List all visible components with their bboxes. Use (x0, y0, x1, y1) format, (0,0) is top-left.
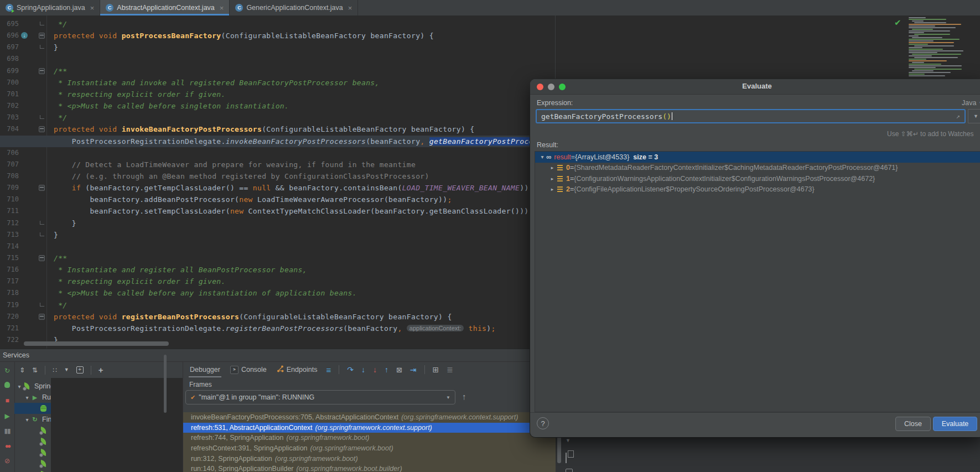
filter-icon[interactable]: ▼ (64, 367, 69, 372)
minimap-line (909, 44, 928, 45)
evaluate-expression-icon[interactable]: ⊞ (433, 366, 439, 374)
editor-tab[interactable]: CSpringApplication.java× (0, 0, 100, 15)
services-scrollbar[interactable] (164, 355, 167, 413)
expression-input[interactable]: getBeanFactoryPostProcessors() ↗ (536, 109, 966, 123)
chevron-right-icon[interactable]: ▸ (548, 176, 556, 181)
add-service-frame-icon[interactable]: + (76, 366, 84, 374)
layout-settings-icon[interactable]: ≣ (447, 366, 453, 374)
threads-view-icon[interactable]: ≡ (326, 366, 331, 374)
code-minimap[interactable] (909, 17, 976, 77)
editor-hscrollbar[interactable] (24, 341, 169, 346)
line-number: 706 (1, 147, 19, 159)
minimap-line (909, 17, 926, 18)
help-button[interactable]: ? (537, 417, 549, 429)
pause-icon[interactable]: ▮▮ (0, 426, 14, 436)
step-out-icon[interactable]: ↑ (385, 366, 388, 374)
add-icon[interactable]: + (98, 366, 103, 374)
code-line: */ (54, 18, 68, 30)
evaluate-button[interactable]: Evaluate (933, 417, 977, 431)
copy-icon[interactable] (566, 453, 567, 463)
chevron-down-icon[interactable]: ▾ (23, 395, 31, 401)
collapse-all-icon[interactable]: ⇅ (32, 367, 38, 374)
fold-marker-icon[interactable] (39, 68, 45, 74)
rerun-debug-icon[interactable] (0, 381, 14, 391)
force-step-into-icon[interactable]: ↓ (373, 366, 377, 374)
tab-console[interactable]: >Console (229, 362, 268, 377)
fold-end-icon[interactable] (40, 221, 44, 225)
result-child-row[interactable]: ▸1 = {ConfigurationWarningsApplicationCo… (535, 173, 980, 184)
expand-editor-icon[interactable]: ↗ (956, 112, 960, 120)
fold-marker-icon[interactable] (39, 126, 45, 132)
expression-label: Expression: (537, 99, 573, 107)
close-button[interactable]: Close (895, 417, 931, 431)
result-tree: ▾∞result = {ArrayList@4533}size = 3▸0 = … (535, 151, 980, 412)
fold-marker-icon[interactable] (39, 185, 45, 191)
code-line: * Instantiate and register all BeanPostP… (54, 264, 307, 276)
expand-all-icon[interactable]: ⇕ (19, 367, 25, 374)
fold-end-icon[interactable] (40, 232, 44, 236)
stack-frame-row[interactable]: run:140, SpringApplicationBuilder(org.sp… (183, 464, 556, 472)
stop-icon[interactable]: ■ (0, 396, 14, 406)
mute-breakpoints-icon[interactable]: ⊘ (0, 456, 14, 466)
view-breakpoints-icon[interactable]: ●● (0, 441, 14, 451)
collapse-icon[interactable]: ▼ (566, 438, 571, 443)
stack-frame-row[interactable]: refresh:744, SpringApplication(org.sprin… (183, 433, 556, 443)
dialog-title-bar[interactable]: Evaluate (530, 79, 980, 95)
inspections-ok-icon[interactable]: ✔ (894, 18, 901, 28)
drop-frame-icon[interactable]: ⊠ (396, 366, 402, 374)
minimap-line (912, 37, 942, 38)
chevron-down-icon[interactable]: ▾ (15, 383, 23, 390)
chevron-right-icon[interactable]: ▸ (548, 186, 556, 192)
rerun-icon[interactable]: ↻ (0, 366, 14, 376)
tab-label: Endpoints (287, 366, 318, 374)
debug-bug-glyph (4, 382, 10, 388)
chevron-down-icon[interactable]: ▾ (23, 417, 31, 423)
minimap-line (909, 64, 941, 65)
close-tab-icon[interactable]: × (220, 4, 224, 12)
tab-endpoints[interactable]: Endpoints (276, 362, 319, 377)
editor-tab[interactable]: CGenericApplicationContext.java× (230, 0, 358, 15)
chevron-down-icon: ▼ (446, 395, 450, 400)
run-to-cursor-icon[interactable]: ⇥ (410, 366, 417, 374)
fold-marker-icon[interactable] (39, 255, 45, 261)
line-number: 721 (1, 323, 19, 334)
stack-frame-row[interactable]: refresh:531, AbstractApplicationContext(… (183, 423, 556, 433)
resume-icon[interactable]: ▶ (0, 411, 14, 421)
line-number: 713 (1, 229, 19, 241)
overrides-method-icon[interactable]: ↓ (21, 32, 28, 39)
editor-tab[interactable]: CAbstractApplicationContext.java× (100, 0, 230, 15)
gutter-separator (46, 15, 47, 349)
step-into-icon[interactable]: ↓ (361, 366, 365, 374)
step-over-icon[interactable]: ↷ (347, 366, 354, 374)
fold-end-icon[interactable] (40, 115, 44, 119)
result-child-row[interactable]: ▸0 = {SharedMetadataReaderFactoryContext… (535, 163, 980, 174)
chevron-right-icon[interactable]: ▸ (548, 165, 556, 170)
soft-wrap-icon[interactable] (566, 468, 573, 472)
result-root-row[interactable]: ▾∞result = {ArrayList@4533}size = 3 (535, 152, 980, 163)
language-selector[interactable]: Java ▼ (962, 99, 980, 107)
frames-title: Frames (189, 381, 212, 388)
expression-history-dropdown[interactable]: ▼ (968, 109, 980, 123)
spring-app-icon (40, 449, 49, 457)
stack-frame-row[interactable]: run:312, SpringApplication(org.springfra… (183, 453, 556, 464)
previous-frame-button[interactable]: ↑ (462, 392, 466, 401)
line-number: 719 (1, 299, 19, 311)
close-tab-icon[interactable]: × (348, 4, 352, 12)
result-child-row[interactable]: ▸2 = {ConfigFileApplicationListener$Prop… (535, 184, 980, 195)
stack-frame-row[interactable]: invokeBeanFactoryPostProcessors:705, Abs… (183, 412, 556, 423)
thread-selector[interactable]: ✔ "main"@1 in group "main": RUNNING ▼ (185, 390, 455, 404)
tab-debugger[interactable]: Debugger (189, 362, 221, 377)
code-line: beanFactory.addBeanPostProcessor(new Loa… (54, 194, 452, 205)
fold-end-icon[interactable] (40, 303, 44, 307)
close-tab-icon[interactable]: × (90, 4, 95, 12)
frames-scrollbar[interactable] (557, 437, 561, 463)
chevron-down-icon[interactable]: ▾ (538, 154, 546, 160)
services-tree-item[interactable] (14, 469, 183, 472)
fold-end-icon[interactable] (40, 22, 44, 25)
fold-marker-icon[interactable] (39, 314, 45, 320)
group-by-icon[interactable]: ∷ (53, 367, 57, 374)
fold-end-icon[interactable] (40, 45, 44, 49)
fold-marker-icon[interactable] (39, 33, 45, 39)
stack-frame-row[interactable]: refreshContext:391, SpringApplication(or… (183, 443, 556, 454)
language-value: Java (962, 99, 976, 107)
